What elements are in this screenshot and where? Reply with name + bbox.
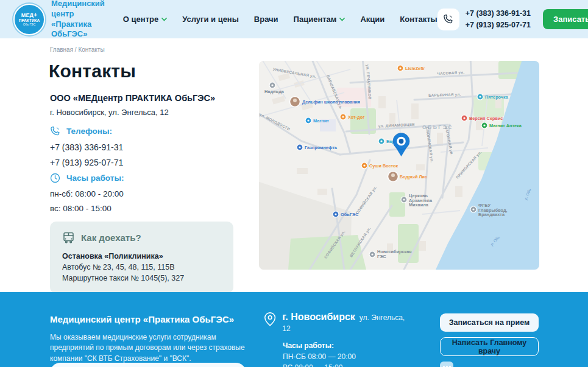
hours-sunday: вс: 08:00 - 15:00 — [50, 204, 251, 213]
phone-icon — [437, 9, 459, 30]
map-poi-label: Хот-дог — [348, 114, 364, 120]
logo-line2: ПРАКТИКА — [19, 18, 40, 23]
header-right: +7 (383) 336-91-31 +7 (913) 925-07-71 За… — [437, 8, 588, 31]
phones-label: Телефоны: — [66, 127, 112, 136]
header-phones: +7 (383) 336-91-31 +7 (913) 925-07-71 — [466, 8, 531, 31]
contact-info: ООО «МЕДцентр ПРАКТИКА ОбьГЭС» г. Новоси… — [50, 93, 251, 293]
phone-ring-icon — [50, 126, 60, 136]
nav-item-promos[interactable]: Акции — [360, 15, 384, 24]
book-doctor-button[interactable]: Записаться к врачу — [543, 9, 588, 29]
chevron-down-icon — [161, 18, 167, 21]
map-poi-sushi-vostok[interactable]: Суши Восток — [361, 163, 398, 169]
map-poi-label: Магнит — [313, 118, 329, 124]
footer-city: г. Новосибирск — [282, 312, 355, 322]
map-poi-label: Версия Сервис — [469, 116, 503, 121]
hours-label: Часы работы: — [66, 173, 124, 183]
nav-item-doctors[interactable]: Врачи — [254, 15, 278, 24]
map-poi-label: Магнит Аптека — [489, 123, 522, 128]
footer-about: Медицинский центр «Практика ОбьГЭС» Мы о… — [50, 314, 252, 364]
map-poi-label: Газпромнефть — [305, 145, 338, 150]
page: МЕД+ ПРАКТИКА Обь ГЭС Медицинский центр … — [0, 0, 588, 367]
logo-line3: Обь ГЭС — [23, 23, 36, 26]
map-poi-label: ОбьГЭС — [341, 212, 359, 217]
nav-item-about[interactable]: О центре — [123, 15, 167, 24]
chevron-down-icon — [339, 18, 345, 21]
phones-label-row: Телефоны: — [50, 126, 251, 136]
directions-bus: Автобус № 23, 45, 48, 115, 115В — [62, 263, 221, 271]
map-poi-label: Бодрый Лис — [400, 174, 427, 180]
site-title-line1: Медицинский центр — [51, 0, 105, 19]
directions-card: Как доехать? Остановка «Поликлиника» Авт… — [50, 222, 233, 293]
map-poi-obges-station[interactable]: ОбьГЭС — [333, 211, 359, 217]
medpraktika-logo[interactable]: МЕД+ ПРАКТИКА Обь ГЭС — [13, 4, 45, 35]
directions-title-row: Как доехать? — [62, 231, 221, 244]
map-poi-label: Дельфин школа плавания — [302, 99, 360, 105]
footer-actions: Записаться на прием Написать Главному вр… — [440, 313, 539, 367]
footer-city-row: г. Новосибирскул. Энгельса, 12 — [264, 312, 410, 334]
map-poi-label: Надежда — [264, 89, 285, 94]
org-address: г. Новосибирск, ул. Энгельса, 12 — [50, 108, 251, 117]
map-poi-label: LisleZefir — [405, 66, 425, 71]
map-poi-lislezefir[interactable]: LisleZefir — [397, 65, 425, 71]
messenger-icon[interactable] — [440, 362, 453, 367]
footer-hours-weekdays: ПН-СБ 08:00 — 20:00 — [283, 352, 410, 361]
footer: Медицинский центр «Практика ОбьГЭС» Мы о… — [0, 292, 588, 367]
main-nav: О центре Услуги и цены Врачи Пациентам А… — [123, 15, 437, 24]
footer-description: Мы оказываем медицинские услуги сотрудни… — [50, 332, 252, 364]
phone-number-1[interactable]: +7 (383) 336-91-31 — [50, 142, 251, 152]
map-canvas[interactable]: ОБЬГЭС УНИВЕРСАЛЬНАЯ ул.ВАРШАВСКАЯ ул.ул… — [259, 61, 539, 270]
phone-number-2[interactable]: +7 (913) 925-07-71 — [50, 158, 251, 167]
hours-label-row: Часы работы: — [50, 173, 251, 183]
breadcrumb[interactable]: Главная / Контакты — [50, 46, 105, 53]
footer-title: Медицинский центр «Практика ОбьГЭС» — [50, 314, 252, 324]
map-poi-magnit[interactable]: Магнит — [305, 117, 329, 124]
clock-icon — [50, 173, 60, 183]
footer-city-line: г. Новосибирскул. Энгельса, 12 — [282, 312, 410, 334]
directions-stop: Остановка «Поликлиника» — [62, 252, 221, 260]
footer-cutoff-button[interactable] — [50, 363, 246, 367]
write-head-doctor-button[interactable]: Написать Главному врачу — [440, 337, 539, 356]
footer-hours-sunday: ВС 08:00 — 15:00 — [283, 363, 410, 367]
logo-line1: МЕД+ — [21, 12, 38, 18]
location-pin-icon — [264, 312, 276, 327]
hours-weekdays: пн-сб: 08:00 - 20:00 — [50, 189, 251, 198]
map-poi-label: Суши Восток — [369, 163, 398, 169]
directions-title: Как доехать? — [81, 232, 141, 243]
nav-item-patients[interactable]: Пациентам — [294, 15, 345, 24]
map-widget[interactable]: ОБЬГЭС УНИВЕРСАЛЬНАЯ ул.ВАРШАВСКАЯ ул.ул… — [259, 61, 539, 270]
map-poi-label: Пятёрочка — [485, 94, 509, 100]
footer-contacts: г. Новосибирскул. Энгельса, 12 Часы рабо… — [264, 312, 410, 367]
footer-hours-label: Часы работы: — [283, 341, 410, 350]
site-title: Медицинский центр «Практика ОбьГЭС» — [51, 0, 105, 40]
page-title: Контакты — [49, 61, 136, 82]
nav-item-contacts[interactable]: Контакты — [400, 15, 437, 24]
medical-cross-icon: + — [34, 12, 37, 18]
map-poi-pyaterochka[interactable]: Пятёрочка — [477, 94, 509, 100]
nav-item-services[interactable]: Услуги и цены — [182, 15, 239, 24]
map-poi-hotdog[interactable]: Хот-дог — [340, 114, 364, 120]
org-name: ООО «МЕДцентр ПРАКТИКА ОбьГЭС» — [50, 93, 251, 103]
header-phone-2[interactable]: +7 (913) 925-07-71 — [466, 19, 531, 31]
header-phone-1[interactable]: +7 (383) 336-91-31 — [466, 8, 531, 19]
header: МЕД+ ПРАКТИКА Обь ГЭС Медицинский центр … — [0, 0, 588, 38]
bus-icon — [62, 231, 75, 244]
site-title-line2: «Практика ОбьГЭС» — [51, 19, 105, 40]
directions-taxi: Маршрутное такси № 1045(5), 327 — [62, 274, 221, 282]
book-appointment-button[interactable]: Записаться на прием — [440, 313, 539, 332]
